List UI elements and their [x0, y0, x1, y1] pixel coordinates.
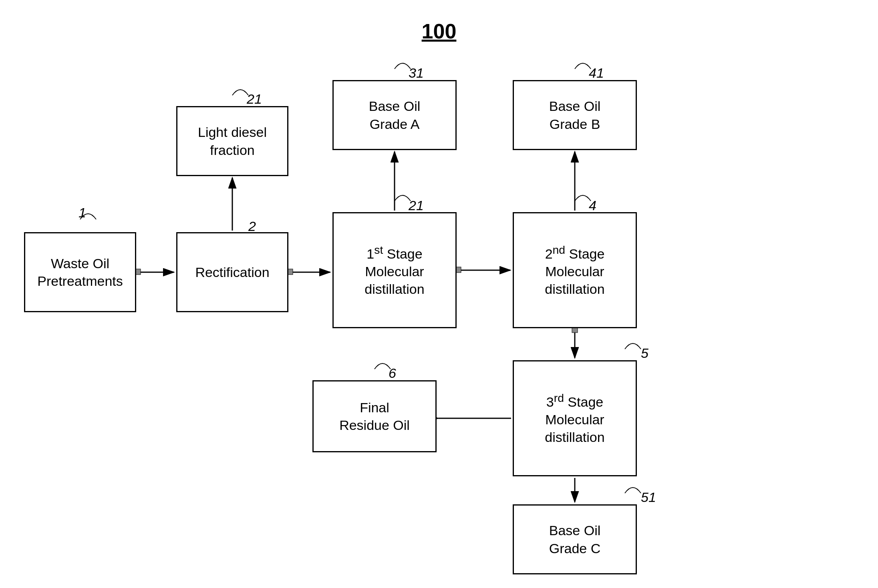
final-residue-box: FinalResidue Oil [312, 380, 437, 452]
base-oil-c-box: Base OilGrade C [513, 504, 637, 574]
ref-31: 31 [409, 65, 424, 81]
waste-oil-box: Waste Oil Pretreatments [24, 232, 136, 312]
diagram-container: 100 [0, 0, 878, 588]
rectification-box: Rectification [176, 232, 288, 312]
ref-1: 1 [79, 205, 86, 221]
ref-5: 5 [641, 345, 648, 361]
ref-4: 4 [589, 198, 596, 213]
ref-6: 6 [389, 365, 396, 381]
ref-21: 21 [247, 91, 262, 107]
base-oil-b-box: Base OilGrade B [513, 80, 637, 150]
ref-3: 21 [409, 198, 424, 213]
stage3-box: 3rd StageMoleculardistillation [513, 360, 637, 476]
ref-51: 51 [641, 490, 656, 505]
stage2-box: 2nd StageMoleculardistillation [513, 212, 637, 328]
ref-41: 41 [589, 65, 604, 81]
stage1-box: 1st StageMoleculardistillation [332, 212, 457, 328]
figure-number: 100 [422, 19, 457, 43]
ref-2: 2 [248, 219, 256, 234]
light-diesel-box: Light dieselfraction [176, 106, 288, 176]
base-oil-a-box: Base OilGrade A [332, 80, 457, 150]
